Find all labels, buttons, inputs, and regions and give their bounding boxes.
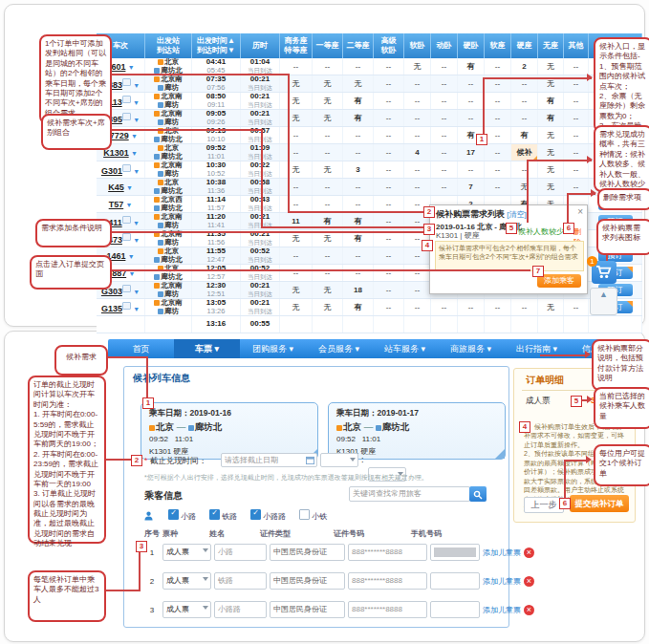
seat-cell: -- xyxy=(343,196,374,213)
clear-link[interactable]: [清空] xyxy=(507,210,526,219)
ticket-type-select[interactable]: 成人票 xyxy=(162,544,211,561)
nav-tab-商旅服务[interactable]: 商旅服务 ▾ xyxy=(438,339,504,358)
close-icon[interactable]: × xyxy=(577,206,583,217)
train-number-link[interactable]: G135 xyxy=(101,304,122,313)
delete-passenger-icon[interactable]: × xyxy=(524,547,534,558)
seat-cell: -- xyxy=(485,110,511,127)
arrive-station-icon xyxy=(376,425,381,431)
train-table-header: 车次出发站 到达站出发时间▲ 到达时间▼历时商务座 特等座一等座二等座高级 软卧… xyxy=(97,33,642,58)
expand-caret-icon[interactable]: ▼ xyxy=(131,150,138,157)
seat-cell: 2 xyxy=(511,58,538,75)
expand-caret-icon[interactable]: ▼ xyxy=(128,64,135,71)
depart-station-icon xyxy=(158,145,163,151)
arrive-station-icon xyxy=(154,257,160,263)
checkbox-icon[interactable] xyxy=(209,509,220,520)
back-to-top-button[interactable]: ▲ xyxy=(590,288,617,315)
nav-tab-车票[interactable]: 车票 ▾ xyxy=(174,339,240,358)
id-number-field[interactable]: 888*******8888 xyxy=(348,544,427,561)
passenger-row: 1成人票小路中国居民身份证888*******8888添加儿童票× xyxy=(144,544,534,561)
waitlist-card-2[interactable]: 乘车日期：2019-01-17 北京 — 廊坊北 09:52 11:01 K13… xyxy=(328,402,506,460)
nav-tab-团购服务[interactable]: 团购服务 ▾ xyxy=(240,339,306,358)
nav-tab-首页[interactable]: 首页 xyxy=(108,339,174,358)
train-row: G135 ▼北京南廊坊13:0513:2600:21当日到达无无有-------… xyxy=(97,299,642,316)
expand-caret-icon[interactable]: ▼ xyxy=(133,289,140,295)
nav-tab-站车服务[interactable]: 站车服务 ▾ xyxy=(372,339,438,358)
checkbox-icon[interactable] xyxy=(299,509,310,520)
add-child-ticket-link[interactable]: 添加儿童票 xyxy=(483,547,521,558)
expand-caret-icon[interactable]: ▼ xyxy=(131,133,138,140)
checkbox-icon[interactable] xyxy=(250,509,261,520)
submit-waitlist-button[interactable]: 提交候补订单 xyxy=(570,495,629,512)
train-number-link[interactable]: G301 xyxy=(101,166,122,176)
phone-field[interactable] xyxy=(430,572,480,590)
name-field[interactable]: 小路 xyxy=(214,544,267,561)
back-button[interactable]: 上一步 xyxy=(524,497,564,513)
expand-caret-icon[interactable]: ▼ xyxy=(133,168,140,175)
id-type-field[interactable]: 中国居民身份证 xyxy=(270,572,345,590)
expand-caret-icon[interactable]: ▼ xyxy=(126,184,133,191)
ticket-type-select[interactable]: 成人票 xyxy=(162,601,211,618)
seat-cell: 无 xyxy=(343,75,374,93)
phone-field[interactable] xyxy=(430,601,480,618)
seat-cell: -- xyxy=(431,299,458,316)
train-row-partial: 13:1600:55 xyxy=(97,316,642,333)
expand-caret-icon[interactable]: ▼ xyxy=(133,99,140,106)
duration-cell: 00:55 xyxy=(241,316,280,333)
id-type-field[interactable]: 中国居民身份证 xyxy=(270,544,345,561)
expand-caret-icon[interactable]: ▼ xyxy=(128,253,135,260)
quick-passenger-小路[interactable]: 小路 xyxy=(168,512,196,521)
search-button[interactable] xyxy=(469,486,487,502)
times-cell: 13:16 xyxy=(192,316,241,333)
duration-cell: 00:58当日到达 xyxy=(241,179,280,196)
quick-passenger-小路路[interactable]: 小路路 xyxy=(250,512,286,521)
add-child-ticket-link[interactable]: 添加儿童票 xyxy=(483,605,521,615)
train-number-link[interactable]: T57 xyxy=(109,200,124,209)
col-header[interactable]: 出发时间▲ 到达时间▼ xyxy=(192,33,241,58)
seat-cell: -- xyxy=(343,127,374,144)
add-child-ticket-link[interactable]: 添加儿童票 xyxy=(483,576,521,587)
seat-cell: 有 xyxy=(511,127,538,144)
train-number-link[interactable]: K45 xyxy=(108,182,124,192)
expand-caret-icon[interactable]: ▼ xyxy=(125,202,132,208)
times-cell: 07:3507:56 xyxy=(192,75,241,93)
arrive-station-icon xyxy=(158,171,163,177)
delete-passenger-icon[interactable]: × xyxy=(524,605,534,615)
seat-cell xyxy=(404,316,431,333)
ticket-type-select[interactable]: 成人票 xyxy=(162,572,211,590)
seat-cell[interactable]: 候补 xyxy=(511,144,538,161)
id-number-field[interactable]: 888*******8888 xyxy=(348,572,427,590)
deadline-date-input[interactable]: 请选择截止日期 xyxy=(221,453,317,467)
stations-cell xyxy=(145,316,192,333)
seat-cell xyxy=(511,316,538,333)
deadline-hour-select[interactable] xyxy=(320,453,358,467)
expand-caret-icon[interactable]: ▼ xyxy=(133,220,140,226)
waitlist-order-panel: 首页车票 ▾团购服务 ▾会员服务 ▾站车服务 ▾商旅服务 ▾出行指南 ▾信息查询… xyxy=(4,331,645,642)
nav-tab-会员服务[interactable]: 会员服务 ▾ xyxy=(306,339,372,358)
arrive-station-icon xyxy=(158,223,163,228)
expand-caret-icon[interactable]: ▼ xyxy=(133,237,140,244)
arrive-station-icon xyxy=(154,188,160,194)
id-type-field[interactable]: 中国居民身份证 xyxy=(270,601,345,618)
seat-cell: 无 xyxy=(538,58,564,75)
phone-field[interactable] xyxy=(430,544,480,561)
expand-caret-icon[interactable]: ▼ xyxy=(133,306,140,312)
expand-caret-icon[interactable]: ▼ xyxy=(133,117,140,123)
row-number: 3 xyxy=(144,606,160,614)
delete-passenger-icon[interactable]: × xyxy=(524,576,534,587)
seat-cell: -- xyxy=(280,179,313,196)
search-input[interactable]: 关键词查找常用旅客 xyxy=(349,486,470,502)
arrive-station-icon xyxy=(158,102,163,108)
name-field[interactable]: 铁路 xyxy=(214,572,267,590)
id-number-field[interactable]: 888*******8888 xyxy=(348,601,427,618)
quick-passenger-小铁[interactable]: 小铁 xyxy=(299,512,327,521)
name-field[interactable]: 小路路 xyxy=(214,601,267,618)
depart-station-icon xyxy=(158,248,163,254)
seat-cell xyxy=(485,316,511,333)
deadline-note: *您可根据个人出行安排，选择兑现截止时间，兑现成功的车票退改签规则按现有相关规定… xyxy=(144,473,428,483)
annotation-line xyxy=(288,74,290,213)
waitlist-card-1[interactable]: 乘车日期：2019-01-16 北京 — 廊坊北 09:52 11:01 K13… xyxy=(141,402,318,460)
expand-caret-icon[interactable]: ▼ xyxy=(133,82,140,89)
checkbox-icon[interactable] xyxy=(168,509,179,520)
quick-passenger-铁路[interactable]: 铁路 xyxy=(209,512,237,521)
probability-tag: 候补人数较少 xyxy=(518,226,564,237)
